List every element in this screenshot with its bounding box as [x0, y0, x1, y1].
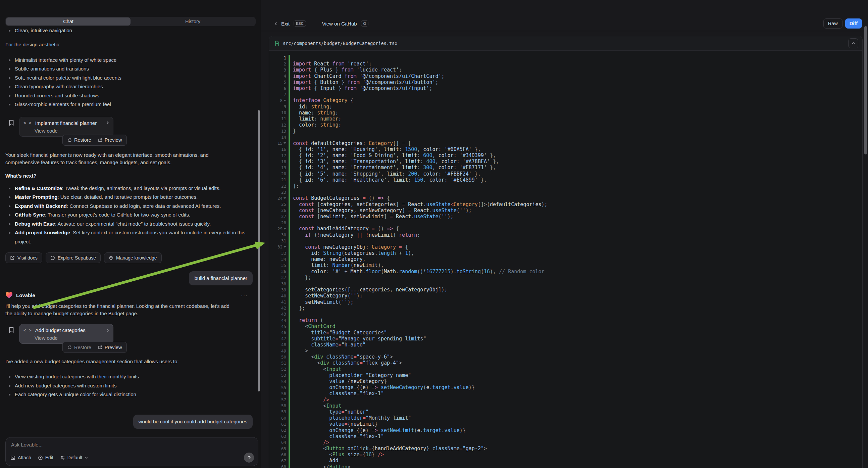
code-line: 12 color: string;	[269, 122, 862, 128]
code-editor[interactable]: 12import React from 'react';3import { Pl…	[269, 51, 862, 468]
exit-button[interactable]: Exit	[281, 21, 289, 27]
line-number: 3	[269, 67, 288, 72]
line-number: 54	[269, 379, 288, 384]
raw-label: Raw	[828, 21, 838, 26]
code-line: 31	[269, 238, 862, 244]
send-button[interactable]	[244, 452, 254, 463]
visit-docs-button[interactable]: Visit docs	[5, 253, 42, 263]
view-code-link[interactable]: View code	[35, 335, 109, 341]
list-item: Add project knowledge: Set key context o…	[5, 228, 255, 246]
view-on-github-button[interactable]: View on GitHub	[322, 21, 357, 27]
code-text: onChange={(e) => setNewCategory(e.target…	[290, 384, 475, 390]
code-line: 1	[269, 55, 862, 61]
diff-added-bar	[288, 134, 290, 140]
explore-supabase-button[interactable]: Explore Supabase	[45, 253, 101, 263]
help-text: I'll help you add budget categories to t…	[5, 302, 231, 317]
chat-message-list[interactable]: Clean, intuitive navigation For the desi…	[0, 0, 261, 434]
version-card-add-budget-categories[interactable]: < > Add budget categories View code Rest…	[19, 324, 114, 344]
line-number: 41	[269, 299, 288, 304]
line-number: 25	[269, 202, 288, 207]
line-number: 46	[269, 330, 288, 335]
code-line: 48 className="h-auto"	[269, 342, 862, 348]
version-card-title: Add budget categories	[35, 327, 103, 333]
code-line: 62 onChange={(e) => setNewLimit(e.target…	[269, 427, 862, 433]
line-number: 57	[269, 397, 288, 402]
attach-button[interactable]: Attach	[10, 455, 31, 460]
restore-button[interactable]: Restore	[65, 345, 94, 350]
code-scrollbar[interactable]	[864, 26, 867, 154]
code-line: 15const defaultCategories: Category[] = …	[269, 140, 862, 146]
list-item: Subtle animations and transitions	[5, 64, 255, 74]
line-number: 23	[269, 190, 288, 195]
bookmark-icon[interactable]	[8, 119, 14, 126]
code-line: 44 return (	[269, 317, 862, 323]
line-number: 39	[269, 287, 288, 292]
chat-input[interactable]	[11, 442, 253, 447]
mode-selector[interactable]: Default	[60, 455, 88, 460]
code-text: placeholder="Monthly limit"	[290, 415, 411, 421]
bookmark-icon[interactable]	[8, 327, 14, 333]
list-item: Expand with Backend: Connect Supabase to…	[5, 202, 255, 211]
view-code-link[interactable]: View code	[35, 128, 109, 134]
manage-knowledge-button[interactable]: Manage knowledge	[104, 253, 161, 263]
code-text: <ChartCard	[290, 323, 335, 329]
line-number: 11	[269, 116, 288, 121]
line-number: 50	[269, 354, 288, 359]
code-line: 60 placeholder="Monthly limit"	[269, 415, 862, 421]
code-line: 24const BudgetCategories = () => {	[269, 195, 862, 201]
line-number: 5	[269, 80, 288, 85]
code-text: name: string;	[290, 110, 338, 116]
code-line: 66 <Plus size={16} />	[269, 451, 862, 458]
edit-button[interactable]: Edit	[38, 455, 53, 460]
visit-docs-label: Visit docs	[18, 255, 38, 261]
code-line: 34 name: newCategory,	[269, 256, 862, 262]
assistant-name: Lovable	[16, 292, 35, 298]
code-line: 17 { id: '2', name: 'Food & Dining', lim…	[269, 152, 862, 158]
user-message-row: would be cool if you could add budget ca…	[5, 415, 255, 429]
collapse-file-button[interactable]	[848, 38, 858, 48]
code-text: limit: number;	[290, 116, 342, 122]
raw-toggle-button[interactable]: Raw	[824, 19, 842, 29]
line-number: 61	[269, 422, 288, 427]
fold-chevron-icon[interactable]	[283, 228, 286, 230]
composer: Attach Edit Default	[5, 437, 258, 466]
esc-key-badge: ESC	[293, 21, 306, 27]
list-item: View existing budget categories with the…	[5, 372, 255, 381]
external-link-icon	[10, 256, 15, 260]
diff-label: Diff	[849, 21, 858, 26]
code-line: 63 className="flex-1"	[269, 433, 862, 439]
code-line: 40 setNewCategory('');	[269, 293, 862, 299]
preview-button[interactable]: Preview	[95, 345, 125, 350]
fold-chevron-icon[interactable]	[283, 197, 286, 199]
chevron-left-icon[interactable]	[275, 22, 277, 26]
restore-label: Restore	[74, 345, 91, 350]
file-header[interactable]: src/components/budget/BudgetCategories.t…	[269, 36, 862, 51]
code-line: 23	[269, 189, 862, 195]
line-number: 14	[269, 135, 288, 140]
code-text: setCategories([...categories, newCategor…	[290, 287, 447, 293]
preview-button[interactable]: Preview	[95, 137, 125, 143]
code-line: 29 const handleAddCategory = () => {	[269, 226, 862, 232]
line-number: 38	[269, 281, 288, 286]
code-text: }	[290, 128, 296, 134]
list-item: Each category gets a unique color for vi…	[5, 390, 255, 399]
code-subheader: Exit ESC View on GitHub G Raw Diff	[261, 16, 868, 31]
file-diff-card: src/components/budget/BudgetCategories.t…	[269, 36, 863, 468]
code-text: };	[290, 274, 311, 281]
message-menu-button[interactable]: ···	[241, 292, 248, 298]
attach-label: Attach	[18, 455, 31, 460]
code-line: 39 setCategories([...categories, newCate…	[269, 287, 862, 293]
fold-chevron-icon[interactable]	[283, 100, 286, 101]
fold-chevron-icon[interactable]	[283, 142, 286, 144]
code-line: 9 id: string;	[269, 104, 862, 110]
diff-toggle-button[interactable]: Diff	[845, 19, 862, 29]
restore-button[interactable]: Restore	[65, 137, 94, 143]
code-text: <Plus size={16} />	[290, 451, 384, 458]
user-message-bubble: would be cool if you could add budget ca…	[133, 415, 253, 429]
code-line: 19 { id: '4', name: 'Entertainment', lim…	[269, 165, 862, 171]
code-text: <Input	[290, 366, 342, 372]
code-text: id: String(categories.length + 1),	[290, 250, 414, 256]
version-card-implement-financial-planner[interactable]: < > Implement financial planner View cod…	[19, 117, 114, 137]
fold-chevron-icon[interactable]	[283, 246, 286, 248]
chat-scrollbar[interactable]	[258, 110, 260, 391]
